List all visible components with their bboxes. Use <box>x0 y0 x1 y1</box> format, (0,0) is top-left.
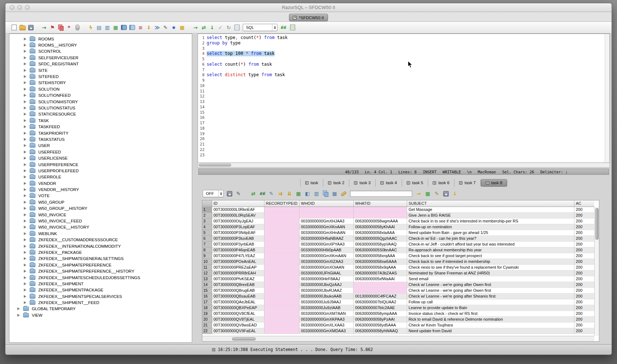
sidebar-item-w50-group[interactable]: W50_GROUP <box>9 199 192 205</box>
expand-arrow-icon[interactable] <box>24 232 26 235</box>
row-number[interactable]: 6 <box>202 236 212 242</box>
table-cell[interactable]: 200 <box>574 282 594 288</box>
table-cell[interactable]: 006300000058yKhAAI <box>354 224 407 230</box>
table-cell[interactable]: 200 <box>574 270 594 276</box>
expand-arrow-icon[interactable] <box>24 245 26 248</box>
table-cell[interactable]: 00T3000000P47LYEAZ <box>212 253 264 259</box>
expand-arrow-icon[interactable] <box>17 314 20 317</box>
table-cell[interactable] <box>264 218 299 224</box>
table-cell[interactable] <box>264 299 299 305</box>
row-number[interactable]: 4 <box>202 224 212 230</box>
search-input[interactable] <box>350 191 412 197</box>
table-cell[interactable] <box>264 282 299 288</box>
expand-arrow-icon[interactable] <box>24 163 26 166</box>
row-number[interactable]: 1 <box>202 207 212 213</box>
table-cell[interactable]: 0033000000JFhGlAAL <box>299 270 354 276</box>
sidebar-item-userpreference[interactable]: USERPREFERENCE <box>9 161 192 168</box>
new-file-icon[interactable] <box>10 24 18 31</box>
table-cell[interactable]: Check back to see if interested in membe… <box>407 259 574 265</box>
copy-cells-icon[interactable]: ▦ <box>331 190 338 197</box>
expand-arrow-icon[interactable] <box>24 213 26 216</box>
expand-arrow-icon[interactable] <box>24 50 26 53</box>
expand-arrow-icon[interactable] <box>24 276 26 279</box>
sidebar-item-userfeed[interactable]: USERFEED <box>9 149 192 155</box>
table-cell[interactable]: 00T3000000Q8rugEAB <box>212 288 264 294</box>
limit-dropdown[interactable]: OFF <box>203 190 224 197</box>
save-icon[interactable] <box>27 24 34 31</box>
expand-arrow-icon[interactable] <box>24 81 26 84</box>
expand-arrow-icon[interactable] <box>24 176 26 178</box>
table-cell[interactable] <box>354 207 407 213</box>
table-cell[interactable]: 0033000000JbukoAAB <box>299 294 354 299</box>
row-number[interactable]: 5 <box>202 230 212 236</box>
sidebar-item-taskpriority[interactable]: TASKPRIORITY <box>9 130 192 136</box>
table-cell[interactable] <box>264 328 299 334</box>
results-tab-task-7[interactable]: task 7 <box>454 179 481 187</box>
execute-sql-icon[interactable]: ϟ <box>87 24 94 31</box>
table-cell[interactable]: Invoice status check - check w/ RS first <box>407 311 574 317</box>
table-cell[interactable]: 006300000058ympAAA <box>354 311 407 317</box>
expand-arrow-icon[interactable] <box>24 169 26 172</box>
table-cell[interactable]: 0033000000JbvQzAAJ <box>299 282 354 288</box>
table-hscrollbar[interactable] <box>202 336 594 341</box>
expand-arrow-icon[interactable] <box>24 138 26 141</box>
table-cell[interactable]: 00T3000000QV8CfEAL <box>212 311 264 317</box>
table-cell[interactable]: 200 <box>574 218 594 224</box>
table-cell[interactable] <box>264 213 299 218</box>
sort-descending-icon[interactable]: ⇓ <box>145 24 152 31</box>
table-cell[interactable]: 200 <box>574 242 594 247</box>
table-cell[interactable]: 00T3000000QAeJbEAL <box>212 299 264 305</box>
table-cell[interactable]: 00T3000000OiyJgEAJ <box>212 218 264 224</box>
editor-tab[interactable]: *SFDCW50 II <box>289 14 328 21</box>
table-cell[interactable]: 006300000058yhWAAQ <box>354 328 407 334</box>
row-number[interactable]: 21 <box>202 322 212 328</box>
expand-arrow-icon[interactable] <box>24 151 26 153</box>
expand-arrow-icon[interactable] <box>24 188 26 191</box>
close-window-icon[interactable] <box>10 5 14 10</box>
row-number[interactable]: 18 <box>202 305 212 311</box>
table-cell[interactable]: 006300000058xw5AAA <box>354 259 407 265</box>
sidebar-item-w50-invoice-feed[interactable]: W50_INVOICE__FEED <box>9 218 192 224</box>
sidebar-item-sfdc-registrant[interactable]: SFDC_REGISTRANT <box>9 61 192 67</box>
table-cell[interactable] <box>264 230 299 236</box>
table-cell[interactable]: 00T3000000POeAnEAL <box>212 259 264 265</box>
column-header-whatid[interactable]: WHATID <box>354 200 407 207</box>
table-cell[interactable]: Follow up call <box>407 299 574 305</box>
notebook-icon[interactable] <box>120 24 128 31</box>
close-tab-icon[interactable] <box>433 181 436 185</box>
primary-key-icon[interactable] <box>340 190 347 197</box>
sidebar-item-selfserviceuser[interactable]: SELFSERVICEUSER <box>9 55 192 61</box>
table-cell[interactable]: 0033000000Ju9zIAAB <box>299 305 354 311</box>
update-row-icon[interactable]: ⇊ <box>286 190 293 197</box>
expand-arrow-icon[interactable] <box>24 44 26 47</box>
expand-arrow-icon[interactable] <box>24 69 26 72</box>
row-number[interactable]: 19 <box>202 311 212 317</box>
table-cell[interactable]: Check w/ Kevin Tsujihara <box>407 322 574 328</box>
sql-mode-stepper-icon[interactable] <box>272 24 277 31</box>
table-cell[interactable]: 00T3000000PRR8rEAH <box>212 270 264 276</box>
sidebar-item-zkfedex-shipmentpackage[interactable]: ZKFEDEX__SHIPMENTPACKAGE <box>9 287 192 293</box>
table-cell[interactable]: 00630000005xfWaAAI <box>354 276 407 282</box>
table-cell[interactable]: Check nexis to see if they've found a re… <box>407 265 574 270</box>
execute-statement-icon[interactable]: → <box>192 24 199 31</box>
sidebar-item-sitehistory[interactable]: SITEHISTORY <box>9 80 192 86</box>
sidebar-item-zkfedex-shipmatepreference-history[interactable]: ZKFEDEX__SHIPMATEPREFERENCE__HISTORY <box>9 268 192 274</box>
table-cell[interactable]: 00T3000000L0RknEAF <box>212 207 264 213</box>
table-cell[interactable] <box>264 305 299 311</box>
table-cell[interactable]: Check w/ Leanne - we're going after Owen… <box>407 282 574 288</box>
table-cell[interactable]: 0033000000Ju9J9AAJ <box>299 299 354 305</box>
table-cell[interactable]: 00630000007A3bZAAS <box>354 270 407 276</box>
sidebar-item-solutionfeed[interactable]: SOLUTIONFEED <box>9 92 192 99</box>
expand-arrow-icon[interactable] <box>24 88 26 91</box>
table-cell[interactable]: 006300000058x9qAAA <box>354 265 407 270</box>
column-list-icon[interactable]: ≡ <box>137 24 144 31</box>
table-cell[interactable]: 0033000000GmXKmAAN <box>299 253 354 259</box>
table-cell[interactable]: 200 <box>574 207 594 213</box>
edit-results-icon[interactable]: ✎ <box>235 190 242 197</box>
table-cell[interactable]: 200 <box>574 247 594 253</box>
editor-vscrollbar[interactable] <box>605 34 609 162</box>
table-cell[interactable]: Need update from Bain - gave go ahead 1/… <box>407 230 574 236</box>
reload-table-icon[interactable]: ▦ <box>295 190 302 197</box>
insert-row-icon[interactable]: ⇉ <box>277 190 284 197</box>
editor-hscrollbar[interactable] <box>198 163 610 168</box>
